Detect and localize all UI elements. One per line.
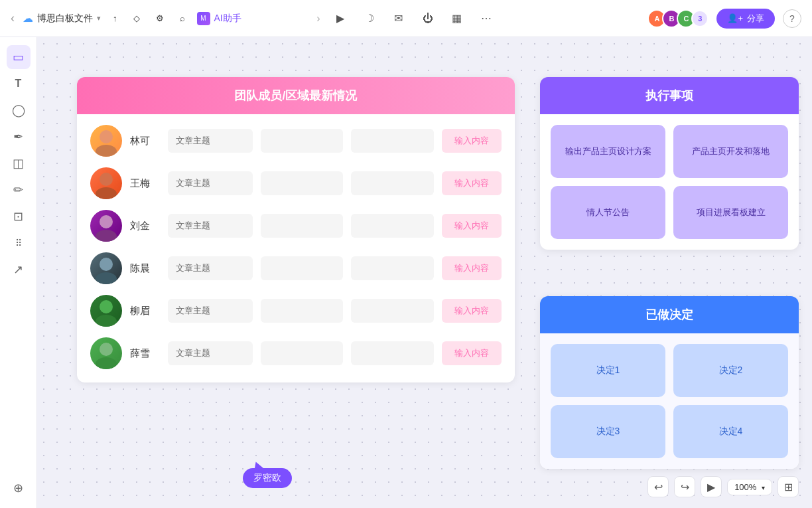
redo-button[interactable]: ↪ xyxy=(674,476,695,497)
text-cell-3[interactable]: 文章主题 xyxy=(168,214,253,238)
avatar-linke xyxy=(90,125,122,157)
tool-pen[interactable]: ✒ xyxy=(7,125,31,149)
decision-item-1[interactable]: 决定1 xyxy=(551,344,665,397)
upload-icon: ↑ xyxy=(113,13,117,23)
svg-point-10 xyxy=(100,343,113,356)
select-icon: ▭ xyxy=(13,50,24,64)
input-cell-3[interactable]: 输入内容 xyxy=(442,214,502,238)
ai-assistant-button[interactable]: M AI助手 xyxy=(197,12,241,25)
tool-freehand[interactable]: ✏ xyxy=(7,178,31,202)
file-name-area[interactable]: ☁ 博思白板文件 ▾ xyxy=(23,12,101,25)
settings-button[interactable]: ⚙ xyxy=(152,11,168,26)
text-cell-empty-2a[interactable] xyxy=(261,171,344,195)
tool-text[interactable]: T xyxy=(7,72,31,96)
fit-icon: ⊞ xyxy=(784,481,793,493)
tool-more-grid[interactable]: ⠿ xyxy=(7,231,31,255)
text-cell-4[interactable]: 文章主题 xyxy=(168,256,253,280)
team-card-title: 团队成员/区域最新情况 xyxy=(234,89,357,102)
search-button[interactable]: ⌕ xyxy=(176,11,189,26)
zoom-selector[interactable]: 100% ▾ xyxy=(727,479,772,495)
tag-button[interactable]: ◇ xyxy=(129,11,144,26)
cursor-icon[interactable]: ☽ xyxy=(360,9,379,28)
exec-item-3[interactable]: 情人节公告 xyxy=(551,186,665,239)
svg-point-3 xyxy=(96,187,117,199)
exec-item-1[interactable]: 输出产品主页设计方案 xyxy=(551,125,665,178)
help-button[interactable]: ? xyxy=(783,9,801,28)
tool-select[interactable]: ▭ xyxy=(7,45,31,69)
text-cell-6[interactable]: 文章主题 xyxy=(168,341,253,365)
tool-sticky[interactable]: ◫ xyxy=(7,151,31,175)
canvas[interactable]: 团队成员/区域最新情况 林可 文章主题 输入内容 王梅 文章主题 xyxy=(37,37,812,508)
decision-card: 已做决定 决定1 决定2 决定3 决定4 xyxy=(540,296,799,469)
team-table: 林可 文章主题 输入内容 王梅 文章主题 输入内容 xyxy=(77,114,515,382)
text-cell-empty-6a[interactable] xyxy=(261,341,344,365)
freehand-icon: ✏ xyxy=(13,183,23,197)
tag-icon: ◇ xyxy=(133,13,140,23)
svg-point-9 xyxy=(96,315,117,327)
exec-card-header: 执行事项 xyxy=(540,77,799,114)
exec-item-2[interactable]: 产品主页开发和落地 xyxy=(673,125,788,178)
tool-shapes[interactable]: ◯ xyxy=(7,98,31,122)
text-cell-empty-4a[interactable] xyxy=(261,256,344,280)
exec-card: 执行事项 输出产品主页设计方案 产品主页开发和落地 情人节公告 项目进展看板建立 xyxy=(540,77,799,250)
shapes-icon: ◯ xyxy=(12,103,25,118)
text-cell-empty-6b[interactable] xyxy=(351,341,434,365)
decision-grid: 决定1 决定2 决定3 决定4 xyxy=(540,333,799,469)
fit-button[interactable]: ⊞ xyxy=(778,476,799,497)
settings-icon: ⚙ xyxy=(156,13,164,23)
input-cell-2[interactable]: 输入内容 xyxy=(442,171,502,195)
tool-connector[interactable]: ↗ xyxy=(7,258,31,282)
back-button[interactable]: ‹ xyxy=(11,11,15,25)
input-cell-1[interactable]: 输入内容 xyxy=(442,129,502,153)
input-cell-4[interactable]: 输入内容 xyxy=(442,256,502,280)
sticky-icon: ◫ xyxy=(13,156,24,171)
input-cell-5[interactable]: 输入内容 xyxy=(442,299,502,323)
text-cell-2[interactable]: 文章主题 xyxy=(168,171,253,195)
text-cell-empty-4b[interactable] xyxy=(351,256,434,280)
search-icon: ⌕ xyxy=(180,13,185,23)
svg-point-7 xyxy=(96,272,117,284)
more-center-icon[interactable]: ⋯ xyxy=(477,9,496,28)
share-label: 分享 xyxy=(747,13,764,25)
text-cell-empty-5b[interactable] xyxy=(351,299,434,323)
decision-item-4[interactable]: 决定4 xyxy=(673,405,788,458)
frame-icon: ⊡ xyxy=(13,209,23,224)
play-icon: ▶ xyxy=(707,481,715,493)
left-sidebar: ▭ T ◯ ✒ ◫ ✏ ⊡ ⠿ ↗ ⊕ xyxy=(0,37,37,508)
member-name-6: 薛雪 xyxy=(130,347,160,360)
play-center-icon[interactable]: ▶ xyxy=(331,9,350,28)
team-card-header: 团队成员/区域最新情况 xyxy=(77,77,515,114)
exec-card-title: 执行事项 xyxy=(645,89,693,102)
text-cell-5[interactable]: 文章主题 xyxy=(168,299,253,323)
input-cell-6[interactable]: 输入内容 xyxy=(442,341,502,365)
text-cell-empty-1b[interactable] xyxy=(351,129,434,153)
member-name-4: 陈晨 xyxy=(130,262,160,275)
table-row: 陈晨 文章主题 输入内容 xyxy=(90,252,502,284)
bottom-toolbar: ↩ ↪ ▶ 100% ▾ ⊞ xyxy=(647,476,799,497)
toolbar-chevron-left[interactable]: › xyxy=(316,13,320,25)
history-icon[interactable]: ⏻ xyxy=(419,9,437,28)
share-button[interactable]: 👤+ 分享 xyxy=(716,9,775,29)
upload-button[interactable]: ↑ xyxy=(109,11,121,26)
play-button[interactable]: ▶ xyxy=(701,476,722,497)
pen-icon: ✒ xyxy=(13,129,23,144)
grid-icon[interactable]: ▦ xyxy=(448,9,466,28)
undo-icon: ↩ xyxy=(654,481,663,493)
tool-frame[interactable]: ⊡ xyxy=(7,205,31,228)
avatar-xuexue xyxy=(90,337,122,369)
text-cell-empty-5a[interactable] xyxy=(261,299,344,323)
text-cell-1[interactable]: 文章主题 xyxy=(168,129,253,153)
text-cell-empty-1a[interactable] xyxy=(261,129,344,153)
exec-item-4[interactable]: 项目进展看板建立 xyxy=(673,186,788,239)
comment-icon[interactable]: ✉ xyxy=(389,9,408,28)
text-cell-empty-3b[interactable] xyxy=(351,214,434,238)
undo-button[interactable]: ↩ xyxy=(647,476,669,497)
text-cell-empty-3a[interactable] xyxy=(261,214,344,238)
table-row: 柳眉 文章主题 输入内容 xyxy=(90,295,502,327)
tool-add[interactable]: ⊕ xyxy=(7,476,31,500)
decision-item-2[interactable]: 决定2 xyxy=(673,344,788,397)
decision-card-header: 已做决定 xyxy=(540,296,799,333)
decision-item-3[interactable]: 决定3 xyxy=(551,405,665,458)
text-cell-empty-2b[interactable] xyxy=(351,171,434,195)
svg-point-6 xyxy=(100,258,113,271)
